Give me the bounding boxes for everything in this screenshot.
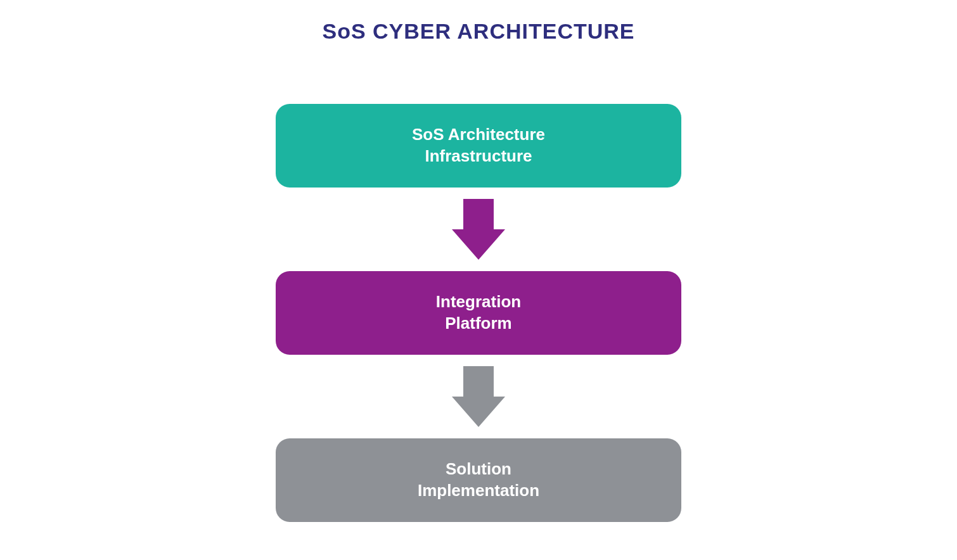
diagram-title: SoS CYBER ARCHITECTURE xyxy=(323,19,635,44)
flow-diagram: SoS Architecture Infrastructure Integrat… xyxy=(276,104,681,522)
box-line2: Infrastructure xyxy=(425,146,532,167)
arrow-down-icon xyxy=(452,199,505,260)
box-line2: Implementation xyxy=(418,480,539,502)
box-solution-implementation: Solution Implementation xyxy=(276,438,681,522)
box-sos-architecture: SoS Architecture Infrastructure xyxy=(276,104,681,188)
box-line1: SoS Architecture xyxy=(412,124,545,146)
box-line2: Platform xyxy=(445,313,511,334)
arrow-down-icon xyxy=(452,366,505,427)
box-line1: Integration xyxy=(436,291,521,313)
box-line1: Solution xyxy=(446,459,511,480)
box-integration-platform: Integration Platform xyxy=(276,271,681,355)
